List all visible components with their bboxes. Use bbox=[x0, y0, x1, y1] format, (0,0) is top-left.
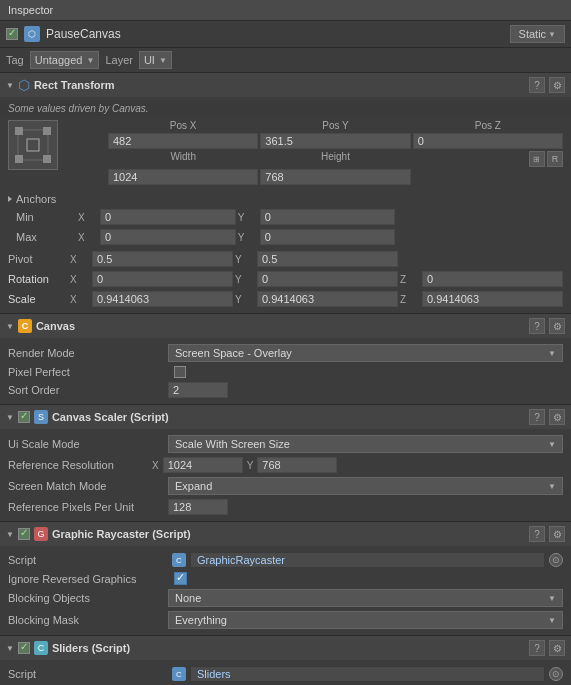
graphic-raycaster-enabled[interactable] bbox=[18, 528, 30, 540]
anchors-section: Anchors Min X Y Max X Y bbox=[0, 189, 571, 249]
anchor-min-row: Min X Y bbox=[8, 207, 563, 227]
ref-res-x-label: X bbox=[152, 460, 159, 471]
graphic-raycaster-header[interactable]: ▼ G Graphic Raycaster (Script) ? ⚙ bbox=[0, 522, 571, 546]
anchors-expand-icon bbox=[8, 196, 12, 202]
canvas-collapse-icon: ▼ bbox=[6, 322, 14, 331]
rotation-y-input[interactable] bbox=[257, 271, 398, 287]
ref-res-x-input[interactable] bbox=[163, 457, 243, 473]
screen-match-row: Screen Match Mode Expand ▼ bbox=[0, 475, 571, 497]
rect-transform-header[interactable]: ▼ ⬡ Rect Transform ? ⚙ bbox=[0, 73, 571, 97]
rotation-z-input[interactable] bbox=[422, 271, 563, 287]
render-mode-arrow: ▼ bbox=[548, 349, 556, 358]
graphic-raycaster-info-btn[interactable]: ? bbox=[529, 526, 545, 542]
raycaster-script-icon: C bbox=[172, 553, 186, 567]
rotation-x-input[interactable] bbox=[92, 271, 233, 287]
blocking-objects-dropdown[interactable]: None ▼ bbox=[168, 589, 563, 607]
sort-order-input[interactable] bbox=[168, 382, 228, 398]
ref-res-y-input[interactable] bbox=[257, 457, 337, 473]
screen-match-dropdown[interactable]: Expand ▼ bbox=[168, 477, 563, 495]
rect-transform-content: Some values driven by Canvas. bbox=[0, 97, 571, 313]
canvas-content: Render Mode Screen Space - Overlay ▼ Pix… bbox=[0, 338, 571, 404]
scale-x-input[interactable] bbox=[92, 291, 233, 307]
anchor-max-x-input[interactable] bbox=[100, 229, 236, 245]
svg-rect-3 bbox=[15, 155, 23, 163]
blocking-mask-label: Blocking Mask bbox=[8, 614, 168, 626]
canvas-scaler-settings-btn[interactable]: ⚙ bbox=[549, 409, 565, 425]
blueprint-btn[interactable]: ⊞ bbox=[529, 151, 545, 167]
anchor-max-y-input[interactable] bbox=[260, 229, 396, 245]
canvas-scaler-info-btn[interactable]: ? bbox=[529, 409, 545, 425]
anchor-max-x-label: X bbox=[78, 232, 98, 243]
height-input[interactable] bbox=[260, 169, 410, 185]
graphic-raycaster-title: Graphic Raycaster (Script) bbox=[52, 528, 525, 540]
ignore-reversed-label: Ignore Reversed Graphics bbox=[8, 573, 168, 585]
rect-transform-settings-btn[interactable]: ⚙ bbox=[549, 77, 565, 93]
static-label: Static bbox=[519, 28, 547, 40]
ref-pixels-label: Reference Pixels Per Unit bbox=[8, 501, 168, 513]
rotation-z-label: Z bbox=[400, 274, 420, 285]
sliders-settings-btn[interactable]: ⚙ bbox=[549, 640, 565, 656]
transform-main: Pos X Pos Y Pos Z Width Height bbox=[0, 116, 571, 189]
ref-pixels-input[interactable] bbox=[168, 499, 228, 515]
sliders-script-select-btn[interactable]: ⊙ bbox=[549, 667, 563, 681]
sliders-section: ▼ C Sliders (Script) ? ⚙ Script C Slider… bbox=[0, 636, 571, 685]
scale-z-input[interactable] bbox=[422, 291, 563, 307]
sort-order-label: Sort Order bbox=[8, 384, 168, 396]
ui-scale-mode-dropdown[interactable]: Scale With Screen Size ▼ bbox=[168, 435, 563, 453]
tag-layer-row: Tag Untagged ▼ Layer UI ▼ bbox=[0, 48, 571, 73]
scale-y-input[interactable] bbox=[257, 291, 398, 307]
pos-z-input[interactable] bbox=[413, 133, 563, 149]
blocking-mask-arrow: ▼ bbox=[548, 616, 556, 625]
width-input[interactable] bbox=[108, 169, 258, 185]
tag-dropdown[interactable]: Untagged ▼ bbox=[30, 51, 100, 69]
blocking-objects-row: Blocking Objects None ▼ bbox=[0, 587, 571, 609]
blocking-objects-value: None bbox=[175, 592, 201, 604]
pos-x-input[interactable] bbox=[108, 133, 258, 149]
pivot-y-input[interactable] bbox=[257, 251, 398, 267]
canvas-scaler-header[interactable]: ▼ S Canvas Scaler (Script) ? ⚙ bbox=[0, 405, 571, 429]
pos-header: Pos X Pos Y Pos Z bbox=[66, 120, 563, 131]
anchor-min-y-input[interactable] bbox=[260, 209, 396, 225]
canvas-info-btn[interactable]: ? bbox=[529, 318, 545, 334]
rotation-label: Rotation bbox=[8, 273, 68, 285]
ref-res-label: Reference Resolution bbox=[8, 459, 148, 471]
width-header: Width bbox=[108, 151, 258, 167]
sliders-enabled[interactable] bbox=[18, 642, 30, 654]
raycaster-script-row: Script C GraphicRaycaster ⊙ bbox=[0, 550, 571, 570]
sliders-header[interactable]: ▼ C Sliders (Script) ? ⚙ bbox=[0, 636, 571, 660]
canvas-scaler-enabled[interactable] bbox=[18, 411, 30, 423]
sliders-section-icons: ? ⚙ bbox=[529, 640, 565, 656]
pixel-perfect-checkbox[interactable] bbox=[174, 366, 186, 378]
rect-transform-info: Some values driven by Canvas. bbox=[0, 101, 571, 116]
canvas-header[interactable]: ▼ C Canvas ? ⚙ bbox=[0, 314, 571, 338]
gameobject-enabled-checkbox[interactable] bbox=[6, 28, 18, 40]
canvas-scaler-collapse-icon: ▼ bbox=[6, 413, 14, 422]
render-mode-value: Screen Space - Overlay bbox=[175, 347, 292, 359]
rotation-row: Rotation X Y Z bbox=[0, 269, 571, 289]
static-button[interactable]: Static ▼ bbox=[510, 25, 565, 43]
reset-btn[interactable]: R bbox=[547, 151, 563, 167]
canvas-section-icons: ? ⚙ bbox=[529, 318, 565, 334]
graphic-raycaster-settings-btn[interactable]: ⚙ bbox=[549, 526, 565, 542]
anchor-min-x-input[interactable] bbox=[100, 209, 236, 225]
graphic-raycaster-content: Script C GraphicRaycaster ⊙ Ignore Rever… bbox=[0, 546, 571, 635]
sliders-content: Script C Sliders ⊙ Music Volume Slider N… bbox=[0, 660, 571, 685]
pos-y-input[interactable] bbox=[260, 133, 410, 149]
pivot-label: Pivot bbox=[8, 253, 68, 265]
anchor-min-x-label: X bbox=[78, 212, 98, 223]
layer-dropdown[interactable]: UI ▼ bbox=[139, 51, 172, 69]
canvas-settings-btn[interactable]: ⚙ bbox=[549, 318, 565, 334]
blocking-mask-dropdown[interactable]: Everything ▼ bbox=[168, 611, 563, 629]
screen-match-value: Expand bbox=[175, 480, 212, 492]
transform-thumbnail bbox=[8, 120, 58, 170]
render-mode-dropdown[interactable]: Screen Space - Overlay ▼ bbox=[168, 344, 563, 362]
sliders-info-btn[interactable]: ? bbox=[529, 640, 545, 656]
raycaster-script-select-btn[interactable]: ⊙ bbox=[549, 553, 563, 567]
ignore-reversed-checkbox[interactable] bbox=[174, 572, 187, 585]
rect-transform-collapse-icon: ▼ bbox=[6, 81, 14, 90]
rect-transform-title: Rect Transform bbox=[34, 79, 525, 91]
rect-transform-info-btn[interactable]: ? bbox=[529, 77, 545, 93]
sliders-title: Sliders (Script) bbox=[52, 642, 525, 654]
rect-transform-icon: ⬡ bbox=[18, 77, 30, 93]
pivot-x-input[interactable] bbox=[92, 251, 233, 267]
